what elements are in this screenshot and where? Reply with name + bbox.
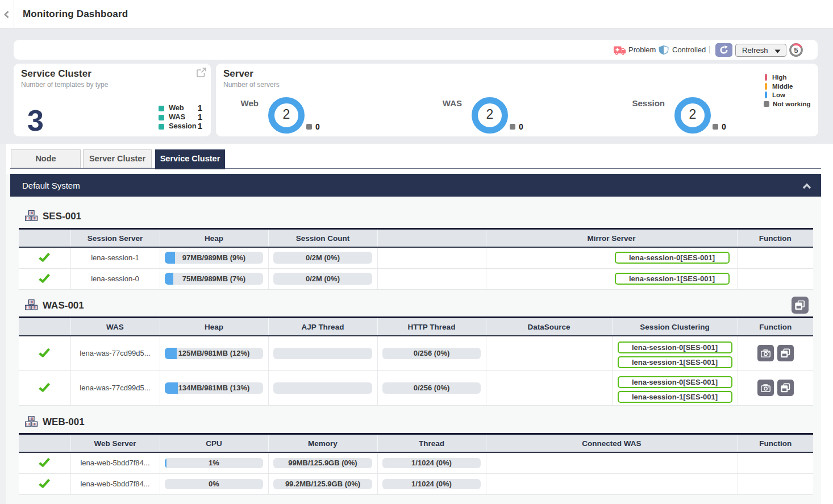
svg-text:5: 5 <box>794 46 798 55</box>
